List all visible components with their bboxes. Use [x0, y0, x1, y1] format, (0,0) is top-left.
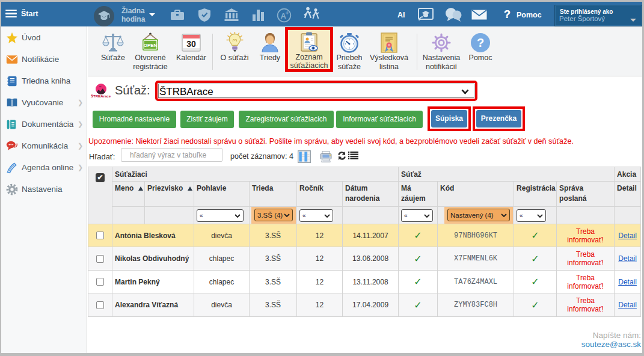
svg-text:+: +	[286, 10, 289, 16]
svg-text:OPEN: OPEN	[144, 43, 158, 48]
svg-text:30: 30	[186, 39, 196, 49]
svg-text:?: ?	[477, 36, 484, 49]
svg-text:ŠTRBArace: ŠTRBArace	[91, 94, 111, 98]
